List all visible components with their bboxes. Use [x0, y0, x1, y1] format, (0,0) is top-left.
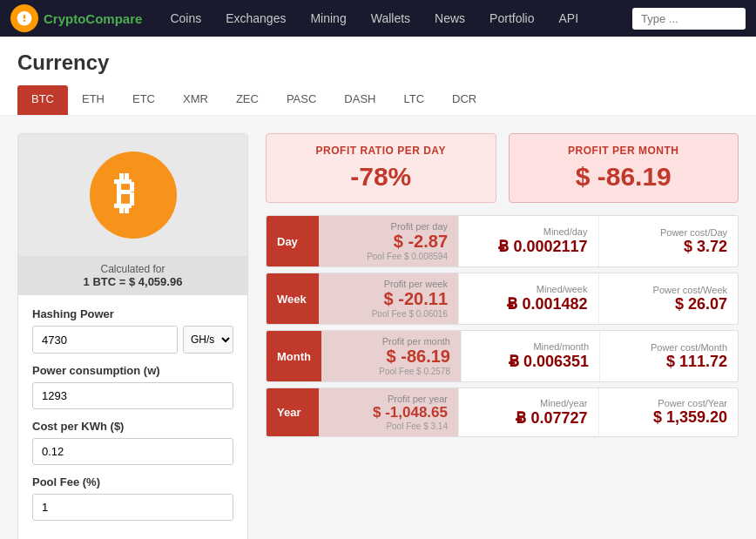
nav-wallets[interactable]: Wallets [359, 0, 422, 37]
year-profit-cell: Profit per year $ -1,048.65 Pool Fee $ 3… [319, 388, 458, 436]
month-profit-fee: Pool Fee $ 0.2578 [332, 367, 450, 376]
tab-eth[interactable]: ETH [68, 85, 118, 115]
form-section: Hashing Power GH/s TH/s MH/s Power consu… [18, 295, 247, 521]
month-mined-value: Ƀ 0.006351 [472, 352, 589, 371]
right-panel: PROFIT RATIO PER DAY -78% PROFIT PER MON… [266, 133, 739, 437]
cost-input[interactable] [32, 438, 233, 465]
profit-ratio-label: PROFIT RATIO PER DAY [280, 145, 482, 157]
logo[interactable]: CryptoCompare [10, 4, 142, 32]
tab-xmr[interactable]: XMR [169, 85, 222, 115]
day-mined-cell: Mined/day Ƀ 0.0002117 [458, 216, 598, 266]
month-profit-cell: Profit per month $ -86.19 Pool Fee $ 0.2… [321, 331, 461, 381]
month-row: Month Profit per month $ -86.19 Pool Fee… [266, 330, 739, 382]
page-title: Currency [17, 51, 739, 75]
btc-logo-area: ₿ [18, 134, 247, 256]
calc-for-value: 1 BTC = $ 4,059.96 [25, 275, 240, 288]
week-profit-value: $ -20.11 [329, 289, 448, 309]
hashing-unit-select[interactable]: GH/s TH/s MH/s [183, 326, 233, 354]
day-row: Day Profit per day $ -2.87 Pool Fee $ 0.… [266, 215, 739, 267]
month-power-label: Power cost/Month [611, 342, 727, 353]
week-label-cell: Week [267, 273, 319, 324]
year-profit-label: Profit per year [329, 394, 448, 404]
day-power-cell: Power cost/Day $ 3.72 [598, 216, 739, 266]
day-label-cell: Day [267, 216, 319, 266]
nav-mining[interactable]: Mining [298, 0, 358, 37]
logo-icon [10, 4, 38, 32]
svg-text:₿: ₿ [113, 170, 134, 217]
year-mined-cell: Mined/year Ƀ 0.07727 [458, 388, 598, 436]
power-input[interactable] [32, 382, 233, 409]
tab-dcr[interactable]: DCR [438, 85, 490, 115]
power-row [32, 382, 233, 409]
tab-ltc[interactable]: LTC [389, 85, 438, 115]
pool-input[interactable] [32, 494, 233, 521]
day-power-label: Power cost/Day [610, 227, 728, 238]
tab-etc[interactable]: ETC [118, 85, 169, 115]
profit-month-value: $ -86.19 [523, 162, 725, 192]
main-content: ₿ Calculated for 1 BTC = $ 4,059.96 Hash… [0, 116, 756, 539]
month-power-value: $ 111.72 [611, 353, 727, 371]
year-power-cell: Power cost/Year $ 1,359.20 [598, 388, 739, 436]
navbar: CryptoCompare Coins Exchanges Mining Wal… [0, 0, 756, 37]
month-mined-label: Mined/month [472, 341, 589, 352]
week-mined-label: Mined/week [469, 284, 588, 294]
week-profit-label: Profit per week [329, 279, 448, 289]
tab-pasc[interactable]: PASC [273, 85, 330, 115]
month-profit-label: Profit per month [332, 336, 450, 347]
calc-info: Calculated for 1 BTC = $ 4,059.96 [18, 256, 247, 295]
month-mined-cell: Mined/month Ƀ 0.006351 [461, 331, 599, 381]
week-power-label: Power cost/Week [610, 285, 728, 295]
nav-api[interactable]: API [546, 0, 591, 37]
pool-row [32, 494, 233, 521]
nav-portfolio[interactable]: Portfolio [477, 0, 546, 37]
cost-label: Cost per KWh ($) [32, 420, 233, 433]
nav-news[interactable]: News [422, 0, 477, 37]
currency-tabs: BTC ETH ETC XMR ZEC PASC DASH LTC DCR [17, 85, 739, 115]
profit-ratio-value: -78% [280, 162, 482, 192]
year-power-value: $ 1,359.20 [610, 408, 728, 427]
week-mined-value: Ƀ 0.001482 [469, 294, 588, 313]
tab-btc[interactable]: BTC [17, 85, 68, 115]
day-mined-label: Mined/day [469, 226, 588, 237]
day-mined-value: Ƀ 0.0002117 [469, 237, 588, 256]
logo-text-crypto: Crypto [44, 11, 85, 26]
hashing-power-label: Hashing Power [32, 307, 233, 320]
day-profit-label: Profit per day [329, 221, 448, 232]
year-mined-value: Ƀ 0.07727 [469, 408, 588, 428]
tab-zec[interactable]: ZEC [222, 85, 273, 115]
nav-exchanges[interactable]: Exchanges [213, 0, 298, 37]
profit-month-card: PROFIT PER MONTH $ -86.19 [509, 133, 739, 203]
month-label-cell: Month [267, 331, 321, 381]
year-profit-value: $ -1,048.65 [329, 404, 448, 421]
day-power-value: $ 3.72 [610, 238, 728, 256]
profit-ratio-card: PROFIT RATIO PER DAY -78% [266, 133, 496, 203]
cost-row [32, 438, 233, 465]
btc-icon: ₿ [90, 152, 177, 239]
power-label: Power consumption (w) [32, 364, 233, 377]
year-row: Year Profit per year $ -1,048.65 Pool Fe… [266, 387, 739, 437]
profit-summary: PROFIT RATIO PER DAY -78% PROFIT PER MON… [266, 133, 739, 203]
pool-label: Pool Fee (%) [32, 475, 233, 488]
calc-for-label: Calculated for [100, 263, 165, 275]
profit-month-label: PROFIT PER MONTH [523, 145, 725, 157]
year-label-cell: Year [267, 388, 319, 436]
tab-dash[interactable]: DASH [330, 85, 389, 115]
month-power-cell: Power cost/Month $ 111.72 [599, 331, 738, 381]
year-power-label: Power cost/Year [610, 398, 728, 408]
currency-header: Currency BTC ETH ETC XMR ZEC PASC DASH L… [0, 37, 756, 116]
week-mined-cell: Mined/week Ƀ 0.001482 [458, 273, 598, 324]
year-mined-label: Mined/year [469, 398, 588, 408]
day-profit-fee: Pool Fee $ 0.008594 [329, 252, 448, 261]
day-profit-cell: Profit per day $ -2.87 Pool Fee $ 0.0085… [319, 216, 458, 266]
month-profit-value: $ -86.19 [332, 347, 450, 367]
week-row: Week Profit per week $ -20.11 Pool Fee $… [266, 273, 739, 325]
week-profit-fee: Pool Fee $ 0.06016 [329, 309, 448, 319]
hashing-power-input[interactable] [32, 326, 178, 354]
week-power-value: $ 26.07 [610, 295, 728, 313]
left-panel: ₿ Calculated for 1 BTC = $ 4,059.96 Hash… [17, 133, 248, 539]
nav-coins[interactable]: Coins [158, 0, 213, 37]
year-profit-fee: Pool Fee $ 3.14 [329, 421, 448, 431]
search-input[interactable] [632, 8, 746, 30]
week-profit-cell: Profit per week $ -20.11 Pool Fee $ 0.06… [319, 273, 458, 324]
week-power-cell: Power cost/Week $ 26.07 [598, 273, 739, 324]
